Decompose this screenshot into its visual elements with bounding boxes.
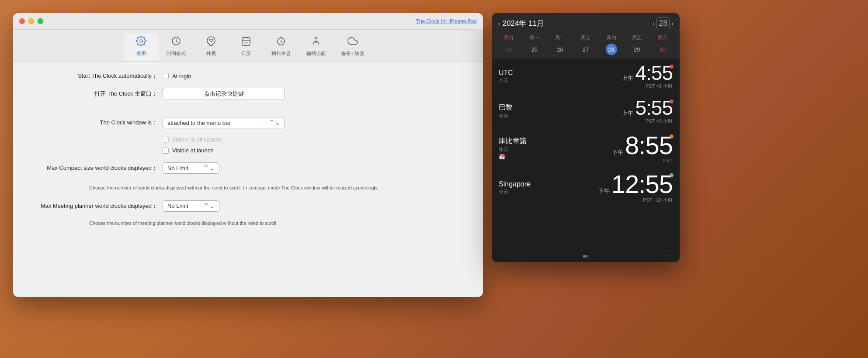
offset-paris: PST +9 小时 <box>646 118 673 124</box>
time-main-paris: 上午 5:55 <box>622 98 673 118</box>
window-mode-value: attached to the menu bar ⌃⌄ <box>163 117 285 128</box>
day-header-thu: 周四 <box>598 34 624 42</box>
dropdown-arrows-icon: ⌃⌄ <box>269 119 280 126</box>
visible-at-launch-option: Visible at launch <box>163 147 465 154</box>
meeting-arrows-icon: ⌃⌄ <box>203 203 215 210</box>
clock-entry-utc: UTC 今天 上午 4:55 PST +8 小时 <box>492 59 680 93</box>
ampm-cupertino: 下午 <box>612 148 623 156</box>
clock-info-singapore: Singapore 今天 <box>499 180 531 195</box>
time-area-cupertino: 下午 8:55 PST <box>612 133 673 163</box>
clock-entry-paris: 巴黎 今天 上午 5:55 PST +9 小时 <box>492 93 680 128</box>
tab-break-label: 稍作休息 <box>271 50 291 57</box>
max-compact-label: Max Compact size world clocks displayed： <box>31 164 157 172</box>
toolbar: 通用 时间格式 外观 <box>13 30 483 62</box>
start-auto-value: At login <box>163 73 191 79</box>
person-icon <box>311 36 321 49</box>
window-mode-row: The Clock window is： attached to the men… <box>31 117 465 128</box>
time-main-singapore: 下午 12:55 <box>598 172 673 197</box>
cal-small-icon: 📅 <box>499 154 527 160</box>
tab-break[interactable]: 稍作休息 <box>264 33 299 61</box>
max-compact-row: Max Compact size world clocks displayed：… <box>31 162 465 174</box>
visible-all-spaces-checkbox[interactable] <box>163 137 169 143</box>
city-singapore: Singapore <box>499 180 531 188</box>
tab-time-format[interactable]: 时间格式 <box>159 33 194 61</box>
time-main-cupertino: 下午 8:55 <box>612 133 673 158</box>
clock-panel: › 2024年 11月 ‹ 28 › 周日 周一 周二 周三 周四 周五 周六 … <box>492 13 680 262</box>
shortcut-button[interactable]: 点击记录快捷键 <box>163 88 285 100</box>
close-button[interactable] <box>19 18 25 24</box>
month-title: 2024年 11月 <box>503 18 544 28</box>
dot-utc <box>670 65 674 69</box>
sub-options: Visible in all spaces Visible at launch <box>163 136 465 154</box>
clock-entry-cupertino: 庫比蒂諾 昨天 📅 下午 8:55 PST <box>492 128 680 167</box>
day-header-tue: 周二 <box>547 34 573 42</box>
gear-icon <box>136 36 146 49</box>
clock-info-cupertino: 庫比蒂諾 昨天 📅 <box>499 137 527 160</box>
tab-time-format-label: 时间格式 <box>167 50 186 57</box>
time-utc: 4:55 <box>635 63 673 83</box>
ampm-utc: 上午 <box>622 74 633 82</box>
tab-backup-label: 备份 / 恢复 <box>341 50 365 57</box>
traffic-lights <box>19 18 43 24</box>
day-cell-25[interactable]: 25 <box>529 44 540 55</box>
mask-icon <box>206 36 216 49</box>
day-cell-26[interactable]: 26 <box>554 44 566 55</box>
svg-point-0 <box>140 40 142 42</box>
svg-point-3 <box>212 39 213 40</box>
start-auto-checkbox[interactable] <box>163 73 169 79</box>
city-utc: UTC <box>499 69 513 77</box>
clock-entry-singapore: Singapore 今天 下午 12:55 PST +16 小时 <box>492 167 680 207</box>
max-meeting-label: Max Meeting planner world clocks display… <box>31 202 157 210</box>
tab-calendar[interactable]: 22 日历 <box>229 33 264 61</box>
zoom-button[interactable] <box>38 18 43 24</box>
svg-point-2 <box>209 39 210 40</box>
day-header-mon: 周一 <box>522 34 548 42</box>
time-area-singapore: 下午 12:55 PST +16 小时 <box>598 172 673 203</box>
tab-appearance[interactable]: 外观 <box>194 33 229 61</box>
max-compact-dropdown[interactable]: No Limit ⌃⌄ <box>163 162 219 174</box>
day-cell-28[interactable]: 28 <box>606 44 617 55</box>
iphone-ipad-link[interactable]: The Clock for iPhone/iPad <box>416 18 477 24</box>
compact-arrows-icon: ⌃⌄ <box>203 165 215 172</box>
day-paris: 今天 <box>499 113 513 119</box>
more-options-icon[interactable]: ··· <box>666 251 673 258</box>
compact-description: Choose the number of world clocks displa… <box>89 184 395 192</box>
calendar-grid: 周日 周一 周二 周三 周四 周五 周六 24 25 26 27 28 29 3… <box>492 32 680 59</box>
tab-accessibility[interactable]: 辅助功能 <box>299 33 333 61</box>
time-area-paris: 上午 5:55 PST +9 小时 <box>622 98 673 124</box>
clock-nav-right: ‹ 28 › <box>653 17 674 29</box>
day-singapore: 今天 <box>499 189 531 195</box>
tab-backup[interactable]: 备份 / 恢复 <box>333 33 372 61</box>
settings-window: The Clock for iPhone/iPad 通用 时间格式 <box>13 13 483 297</box>
tab-general[interactable]: 通用 <box>124 33 159 61</box>
nav-next-icon[interactable]: › <box>671 20 674 27</box>
ampm-paris: 上午 <box>622 109 633 117</box>
ampm-singapore: 下午 <box>598 187 610 195</box>
day-header-fri: 周五 <box>624 34 650 42</box>
svg-text:22: 22 <box>244 41 248 45</box>
minimize-button[interactable] <box>28 18 34 24</box>
day-cell-24[interactable]: 24 <box>503 44 514 55</box>
cal-badge-icon[interactable]: 28 <box>656 17 670 29</box>
city-paris: 巴黎 <box>499 103 513 112</box>
visible-at-launch-checkbox[interactable] <box>163 148 169 154</box>
start-auto-checkbox-label: At login <box>172 73 191 79</box>
dot-cupertino <box>670 134 674 138</box>
max-meeting-dropdown[interactable]: No Limit ⌃⌄ <box>163 200 219 212</box>
day-header-wed: 周三 <box>573 34 599 42</box>
day-cell-30[interactable]: 30 <box>657 44 668 55</box>
day-utc: 今天 <box>499 77 513 84</box>
footer-dot-2 <box>586 255 588 258</box>
day-cell-29[interactable]: 29 <box>631 44 642 55</box>
max-meeting-value: No Limit ⌃⌄ <box>163 200 219 212</box>
open-window-label: 打开 The Clock 主窗口： <box>31 90 157 98</box>
svg-point-11 <box>315 37 317 39</box>
nav-forward-icon[interactable]: › <box>498 20 500 27</box>
tab-accessibility-label: 辅助功能 <box>306 50 326 57</box>
nav-prev-icon[interactable]: ‹ <box>653 20 655 27</box>
settings-content: Start The Clock automatically： At login … <box>13 62 483 297</box>
day-cell-27[interactable]: 27 <box>580 44 591 55</box>
window-mode-dropdown[interactable]: attached to the menu bar ⌃⌄ <box>163 117 285 128</box>
dot-paris <box>670 100 674 103</box>
tab-general-label: 通用 <box>136 50 146 57</box>
